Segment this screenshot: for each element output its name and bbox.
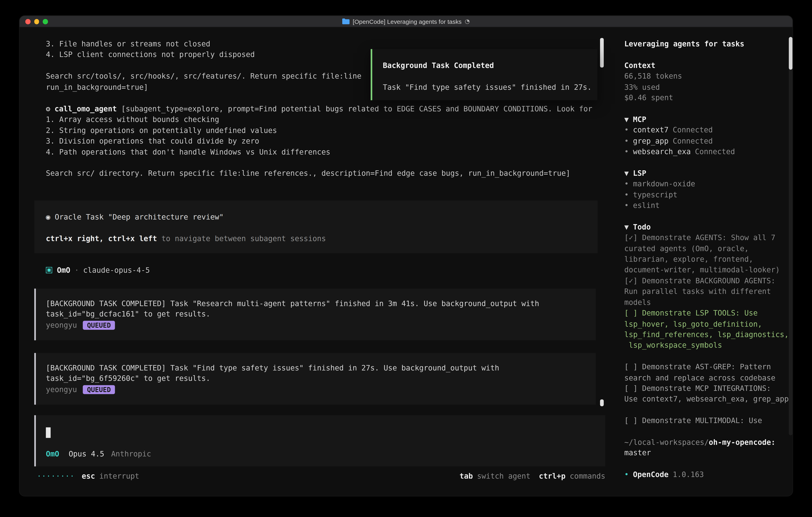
tool-call-line: 1. Array access without bounds checking <box>46 114 598 125</box>
todo-line: Use context7, websearch_exa, grep_app <box>625 394 792 405</box>
todo-item: [✓] Demonstrate BACKGROUND AGENTS: Run p… <box>625 275 792 308</box>
todo-line: curated agents (OmO, oracle, <box>625 243 792 254</box>
background-task-notification: Background Task Completed Task "Find typ… <box>371 49 598 100</box>
chat-message: [BACKGROUND TASK COMPLETED] Task "Resear… <box>34 289 596 341</box>
prompt-input[interactable]: OmO Opus 4.5 Anthropic <box>34 415 605 466</box>
todo-item: [ ] Demonstrate AST-GREP: Pattern search… <box>625 361 792 383</box>
app-version: 1.0.163 <box>673 470 704 479</box>
chat-message: [BACKGROUND TASK COMPLETED] Task "Find t… <box>34 353 596 405</box>
tab-key: tab <box>460 471 473 482</box>
input-model-name: Opus 4.5 <box>69 448 104 459</box>
folder-icon <box>342 19 350 24</box>
project-path-line: ~/local-workspaces/oh-my-opencode: <box>625 437 792 447</box>
todo-line: lsp_hover, lsp_goto_definition, <box>625 319 792 329</box>
input-agent-name: OmO <box>46 448 59 459</box>
esc-key: esc <box>82 472 95 480</box>
message-line: task_id="bg_dcfac161" to get results. <box>46 309 596 320</box>
lsp-item: •typescript <box>625 189 792 200</box>
mcp-status: Connected <box>673 126 713 134</box>
project-path: ~/local-workspaces/oh-my-opencode: maste… <box>625 437 792 458</box>
todo-line: librarian, explore, frontend, <box>625 254 792 265</box>
message-author: yeongyu <box>46 384 77 395</box>
lsp-name: typescript <box>633 190 677 199</box>
zoom-button[interactable] <box>43 19 48 24</box>
todo-line: document-writer, multimodal-looker) <box>625 265 792 275</box>
esc-hint: escinterrupt <box>82 471 139 482</box>
notification-body: Task "Find type safety issues" finished … <box>383 82 587 92</box>
message-footer: yeongyu QUEUED <box>46 384 596 395</box>
window-titlebar[interactable]: [OpenCode] Leveraging agents for tasks ◔ <box>20 16 793 27</box>
mcp-header-label: MCP <box>633 115 646 124</box>
omo-agent-icon <box>46 267 52 273</box>
separator-dot: · <box>75 265 79 276</box>
todo-item: [ ] Demonstrate LSP TOOLS: Use lsp_hover… <box>625 308 792 351</box>
oracle-title-text: Oracle Task "Deep architecture review" <box>50 213 224 221</box>
message-line: task_id="bg_6f59260c" to get results. <box>46 373 596 384</box>
lsp-item: •eslint <box>625 200 792 211</box>
lsp-item: •markdown-oxide <box>625 179 792 189</box>
bullet-icon: • <box>625 201 629 210</box>
tool-name: call_omo_agent <box>55 105 117 113</box>
terminal-window: [OpenCode] Leveraging agents for tasks ◔… <box>20 16 793 496</box>
todo-line: [✓] Demonstrate BACKGROUND AGENTS: <box>625 275 792 286</box>
tool-args: [subagent_type=explore, prompt=Find pote… <box>117 105 592 113</box>
traffic-lights <box>20 16 48 27</box>
todo-line: [ ] Demonstrate MCP INTEGRATIONS: <box>625 383 792 394</box>
message-line: [BACKGROUND TASK COMPLETED] Task "Find t… <box>46 362 596 373</box>
app-name: OpenCode <box>633 470 669 479</box>
main-scrollbar-thumb[interactable] <box>600 38 604 67</box>
bullet-icon: • <box>625 147 629 156</box>
lsp-header-label: LSP <box>633 169 646 177</box>
desktop-background: [OpenCode] Leveraging agents for tasks ◔… <box>0 0 812 517</box>
mcp-item: •context7Connected <box>625 125 792 135</box>
lsp-header[interactable]: ▼LSP <box>625 168 792 179</box>
agent-session-header: OmO · claude-opus-4-5 <box>46 265 150 276</box>
bullet-icon: • <box>625 180 629 188</box>
mcp-status: Connected <box>695 147 735 156</box>
tool-call-line: 3. Division operations that could divide… <box>46 136 598 146</box>
log-line: 3. File handles or streams not closed <box>46 38 598 49</box>
mcp-status: Connected <box>673 137 713 145</box>
hint-keys: ctrl+x right, ctrl+x left <box>46 234 157 243</box>
sidebar-scrollbar-track[interactable] <box>789 37 792 435</box>
main-scrollbar-marker[interactable] <box>600 400 604 406</box>
oracle-task-panel: ◉ Oracle Task "Deep architecture review"… <box>34 200 598 253</box>
todo-line: lsp_find_references, lsp_diagnostics, <box>625 329 792 340</box>
bullet-icon: • <box>625 190 629 199</box>
bullet-icon: • <box>625 126 629 134</box>
agent-model: claude-opus-4-5 <box>83 265 150 276</box>
chevron-down-icon: ▼ <box>625 115 629 124</box>
esc-label: interrupt <box>99 472 139 480</box>
todo-item: [✓] Demonstrate AGENTS: Show all 7 curat… <box>625 232 792 275</box>
mcp-section: ▼MCP •context7Connected •grep_appConnect… <box>625 114 792 157</box>
shortcut-hints: tab switch agent ctrl+p commands <box>460 471 605 482</box>
input-provider-name: Anthropic <box>111 448 151 459</box>
sidebar: Leveraging agents for tasks Context 66,5… <box>625 38 792 480</box>
lsp-name: eslint <box>633 201 660 210</box>
stage: [OpenCode] Leveraging agents for tasks ◔… <box>0 0 812 517</box>
close-button[interactable] <box>25 19 30 24</box>
todo-line: Run parallel tasks with different <box>625 286 792 297</box>
text-cursor <box>46 428 51 438</box>
message-line: [BACKGROUND TASK COMPLETED] Task "Resear… <box>46 298 596 309</box>
todo-item: [ ] Demonstrate MCP INTEGRATIONS: Use co… <box>625 383 792 405</box>
timer-icon: ◔ <box>465 18 470 25</box>
mcp-header[interactable]: ▼MCP <box>625 114 792 125</box>
ctrlp-key: ctrl+p <box>539 471 566 482</box>
sidebar-scrollbar-thumb[interactable] <box>789 37 792 70</box>
notification-title: Background Task Completed <box>383 60 587 71</box>
tool-call-line: 4. Path operations that don't handle Win… <box>46 146 598 157</box>
context-header: Context <box>625 60 792 71</box>
mcp-name: websearch_exa <box>633 147 691 156</box>
minimize-button[interactable] <box>34 19 39 24</box>
mcp-name: grep_app <box>633 137 669 145</box>
queued-badge: QUEUED <box>83 385 115 394</box>
app-version-row: •OpenCode1.0.163 <box>625 469 792 480</box>
record-icon: ◉ <box>46 213 50 221</box>
context-used: 33% used <box>625 82 792 92</box>
context-spent: $0.46 spent <box>625 92 792 103</box>
todo-section: ▼Todo [✓] Demonstrate AGENTS: Show all 7… <box>625 221 792 426</box>
lsp-section: ▼LSP •markdown-oxide •typescript •eslint <box>625 168 792 211</box>
todo-header[interactable]: ▼Todo <box>625 221 792 232</box>
tool-call-block: ⚙call_omo_agent [subagent_type=explore, … <box>46 103 598 179</box>
